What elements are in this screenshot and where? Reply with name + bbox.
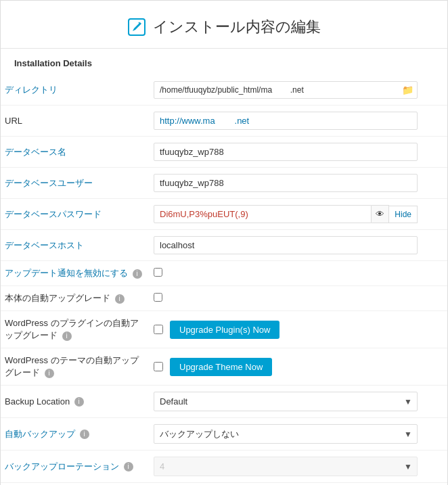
form-table: ディレクトリ 📁 URL データベース名: [1, 75, 447, 485]
label-db-name: データベース名: [1, 137, 150, 168]
info-icon-backup-rotation[interactable]: i: [124, 462, 133, 471]
value-db-host: [150, 230, 447, 261]
label-select-files: Select files/folders i: [1, 483, 150, 486]
info-icon-backup-location[interactable]: i: [74, 397, 84, 407]
row-select-files: Select files/folders i + Select addition…: [1, 483, 447, 486]
plugin-auto-upgrade-checkbox[interactable]: [154, 325, 163, 334]
backup-rotation-select-wrapper: 4 ▼: [154, 457, 418, 476]
info-icon-plugin-auto-upgrade[interactable]: i: [62, 331, 72, 341]
dir-input-wrapper: 📁: [154, 81, 418, 99]
label-plugin-auto-upgrade: WordPress のプラグインの自動アップグレード i: [1, 311, 150, 348]
row-url: URL: [1, 106, 447, 137]
row-disable-update-notify: アップデート通知を無効にする i: [1, 261, 447, 286]
directory-input[interactable]: [154, 81, 418, 99]
auto-upgrade-checkbox[interactable]: [154, 293, 162, 302]
value-url: [150, 106, 447, 137]
theme-auto-upgrade-checkbox[interactable]: [154, 362, 163, 371]
info-icon-auto-upgrade[interactable]: i: [115, 294, 125, 304]
label-disable-update-notify: アップデート通知を無効にする i: [1, 261, 150, 286]
backup-rotation-select[interactable]: 4: [154, 457, 418, 476]
row-db-name: データベース名: [1, 137, 447, 168]
auto-backup-select[interactable]: バックアップしない: [154, 424, 418, 444]
value-auto-upgrade: [150, 286, 447, 311]
label-db-user: データベースユーザー: [1, 168, 150, 199]
label-theme-auto-upgrade: WordPress のテーマの自動アップグレード i: [1, 348, 150, 386]
row-plugin-auto-upgrade: WordPress のプラグインの自動アップグレード i Upgrade Plu…: [1, 311, 447, 348]
value-db-name: [150, 137, 447, 168]
value-db-password: 👁 Hide: [150, 199, 447, 230]
label-backup-rotation: バックアップローテーション i: [1, 451, 150, 483]
auto-backup-select-wrapper: バックアップしない ▼: [154, 424, 418, 444]
db-name-input[interactable]: [154, 143, 418, 161]
label-directory: ディレクトリ: [1, 75, 150, 106]
plugin-upgrade-cell: Upgrade Plugin(s) Now: [154, 321, 443, 339]
row-db-password: データベースパスワード 👁 Hide: [1, 199, 447, 230]
label-url: URL: [1, 106, 150, 137]
theme-upgrade-cell: Upgrade Theme Now: [154, 358, 443, 376]
value-directory: 📁: [150, 75, 447, 106]
info-icon-disable-update[interactable]: i: [133, 269, 142, 279]
value-auto-backup: バックアップしない ▼: [150, 418, 447, 451]
value-backup-location: Default ▼: [150, 386, 447, 418]
row-auto-upgrade: 本体の自動アップグレード i: [1, 286, 447, 311]
db-password-input[interactable]: [154, 205, 372, 223]
upgrade-plugins-button[interactable]: Upgrade Plugin(s) Now: [170, 321, 279, 339]
db-host-input[interactable]: [154, 236, 418, 254]
value-disable-update-notify: [150, 261, 447, 286]
row-auto-backup: 自動バックアップ i バックアップしない ▼: [1, 418, 447, 451]
value-theme-auto-upgrade: Upgrade Theme Now: [150, 348, 447, 386]
password-wrapper: 👁 Hide: [154, 205, 418, 223]
page-title: インストール内容の編集: [14, 17, 434, 37]
hide-button[interactable]: Hide: [389, 206, 418, 223]
value-plugin-auto-upgrade: Upgrade Plugin(s) Now: [150, 311, 447, 348]
folder-icon: 📁: [402, 85, 413, 95]
upgrade-theme-button[interactable]: Upgrade Theme Now: [170, 358, 272, 376]
label-backup-location: Backup Location i: [1, 386, 150, 418]
value-db-user: [150, 168, 447, 199]
row-directory: ディレクトリ 📁: [1, 75, 447, 106]
url-input[interactable]: [154, 112, 418, 130]
value-backup-rotation: 4 ▼: [150, 451, 447, 483]
label-auto-backup: 自動バックアップ i: [1, 418, 150, 451]
value-select-files: + Select additional files/folders from t…: [150, 483, 447, 486]
section-title: Installation Details: [1, 49, 447, 75]
page-wrapper: インストール内容の編集 Installation Details ディレクトリ …: [0, 0, 448, 485]
row-db-host: データベースホスト: [1, 230, 447, 261]
row-db-user: データベースユーザー: [1, 168, 447, 199]
page-header: インストール内容の編集: [1, 1, 447, 49]
row-backup-location: Backup Location i Default ▼: [1, 386, 447, 418]
eye-icon[interactable]: 👁: [372, 205, 389, 223]
backup-location-select-wrapper: Default ▼: [154, 392, 418, 411]
row-backup-rotation: バックアップローテーション i 4 ▼: [1, 451, 447, 483]
label-db-password: データベースパスワード: [1, 199, 150, 230]
row-theme-auto-upgrade: WordPress のテーマの自動アップグレード i Upgrade Theme…: [1, 348, 447, 386]
db-user-input[interactable]: [154, 174, 418, 192]
disable-update-notify-checkbox[interactable]: [154, 268, 162, 277]
label-db-host: データベースホスト: [1, 230, 150, 261]
backup-location-select[interactable]: Default: [154, 392, 418, 411]
info-icon-theme-auto-upgrade[interactable]: i: [45, 369, 54, 378]
info-icon-auto-backup[interactable]: i: [80, 430, 89, 439]
label-auto-upgrade: 本体の自動アップグレード i: [1, 286, 150, 311]
edit-icon: [127, 18, 146, 37]
